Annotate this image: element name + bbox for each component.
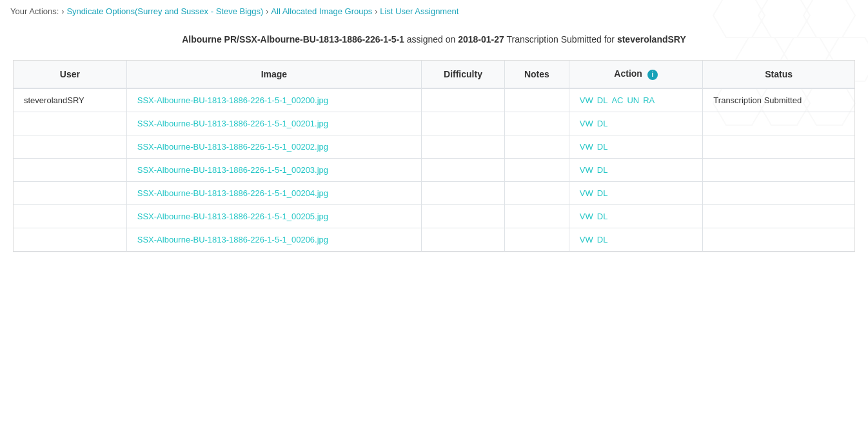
action-link-vw[interactable]: VW <box>580 235 593 244</box>
col-header-notes: Notes <box>504 61 569 88</box>
cell-difficulty <box>422 181 505 204</box>
image-link[interactable]: SSX-Albourne-BU-1813-1886-226-1-5-1_0020… <box>137 119 328 128</box>
action-link-vw[interactable]: VW <box>580 142 593 152</box>
action-link-dl[interactable]: DL <box>597 95 608 105</box>
cell-action[interactable]: VWDL <box>569 135 703 158</box>
action-link-dl[interactable]: DL <box>597 165 608 175</box>
cell-user <box>14 181 126 204</box>
breadcrumb-link-0[interactable]: Syndicate Options(Surrey and Sussex - St… <box>66 6 263 16</box>
cell-notes <box>504 204 569 228</box>
breadcrumb-prefix: Your Actions: <box>10 6 59 16</box>
col-header-image: Image <box>126 61 421 88</box>
col-header-status: Status <box>703 61 854 88</box>
table-row: SSX-Albourne-BU-1813-1886-226-1-5-1_0020… <box>14 204 854 228</box>
action-link-ra[interactable]: RA <box>643 95 655 105</box>
cell-notes <box>504 112 569 135</box>
image-link[interactable]: SSX-Albourne-BU-1813-1886-226-1-5-1_0020… <box>137 188 328 198</box>
page-subtitle: Albourne PR/SSX-Albourne-BU-1813-1886-22… <box>13 23 855 60</box>
cell-action[interactable]: VWDLACUNRA <box>569 88 703 112</box>
cell-difficulty <box>422 228 505 251</box>
action-link-dl[interactable]: DL <box>597 119 608 128</box>
action-link-un[interactable]: UN <box>627 95 639 105</box>
action-link-vw[interactable]: VW <box>580 165 593 175</box>
action-link-dl[interactable]: DL <box>597 212 608 221</box>
col-header-action: Action i <box>569 61 703 88</box>
cell-difficulty <box>422 88 505 112</box>
action-link-dl[interactable]: DL <box>597 142 608 152</box>
cell-image[interactable]: SSX-Albourne-BU-1813-1886-226-1-5-1_0020… <box>126 181 421 204</box>
assigned-text: assigned on <box>404 34 458 45</box>
assigned-user: steverolandSRY <box>617 34 686 45</box>
image-link[interactable]: SSX-Albourne-BU-1813-1886-226-1-5-1_0020… <box>137 212 328 221</box>
status-desc: Transcription Submitted <box>504 34 602 45</box>
breadcrumb-sep-0: › <box>61 7 64 16</box>
cell-difficulty <box>422 135 505 158</box>
cell-action[interactable]: VWDL <box>569 204 703 228</box>
table-header-row: User Image Difficulty Notes Action i Sta… <box>14 61 854 88</box>
cell-status <box>703 204 854 228</box>
cell-image[interactable]: SSX-Albourne-BU-1813-1886-226-1-5-1_0020… <box>126 158 421 181</box>
breadcrumb-link-2[interactable]: List User Assignment <box>380 6 459 16</box>
breadcrumb: Your Actions: › Syndicate Options(Surrey… <box>0 0 868 23</box>
table-row: steverolandSRYSSX-Albourne-BU-1813-1886-… <box>14 88 854 112</box>
image-link[interactable]: SSX-Albourne-BU-1813-1886-226-1-5-1_0020… <box>137 165 328 175</box>
cell-notes <box>504 181 569 204</box>
cell-image[interactable]: SSX-Albourne-BU-1813-1886-226-1-5-1_0020… <box>126 228 421 251</box>
cell-status <box>703 112 854 135</box>
record-label: Albourne PR/SSX-Albourne-BU-1813-1886-22… <box>182 34 404 45</box>
table-row: SSX-Albourne-BU-1813-1886-226-1-5-1_0020… <box>14 181 854 204</box>
action-info-icon[interactable]: i <box>647 70 658 80</box>
cell-action[interactable]: VWDL <box>569 158 703 181</box>
for-text: for <box>602 34 617 45</box>
action-link-dl[interactable]: DL <box>597 235 608 244</box>
image-link[interactable]: SSX-Albourne-BU-1813-1886-226-1-5-1_0020… <box>137 95 328 105</box>
action-link-dl[interactable]: DL <box>597 188 608 198</box>
cell-user <box>14 112 126 135</box>
image-link[interactable]: SSX-Albourne-BU-1813-1886-226-1-5-1_0020… <box>137 235 328 244</box>
cell-user <box>14 204 126 228</box>
action-link-vw[interactable]: VW <box>580 95 593 105</box>
cell-difficulty <box>422 204 505 228</box>
cell-action[interactable]: VWDL <box>569 112 703 135</box>
cell-notes <box>504 88 569 112</box>
cell-image[interactable]: SSX-Albourne-BU-1813-1886-226-1-5-1_0020… <box>126 135 421 158</box>
col-header-difficulty: Difficulty <box>422 61 505 88</box>
cell-action[interactable]: VWDL <box>569 228 703 251</box>
cell-notes <box>504 158 569 181</box>
cell-image[interactable]: SSX-Albourne-BU-1813-1886-226-1-5-1_0020… <box>126 204 421 228</box>
cell-notes <box>504 228 569 251</box>
cell-action[interactable]: VWDL <box>569 181 703 204</box>
cell-user <box>14 158 126 181</box>
table-row: SSX-Albourne-BU-1813-1886-226-1-5-1_0020… <box>14 135 854 158</box>
breadcrumb-link-1[interactable]: All Allocated Image Groups <box>271 6 372 16</box>
action-link-vw[interactable]: VW <box>580 212 593 221</box>
cell-image[interactable]: SSX-Albourne-BU-1813-1886-226-1-5-1_0020… <box>126 112 421 135</box>
cell-status: Transcription Submitted <box>703 88 854 112</box>
cell-user: steverolandSRY <box>14 88 126 112</box>
table-row: SSX-Albourne-BU-1813-1886-226-1-5-1_0020… <box>14 228 854 251</box>
image-link[interactable]: SSX-Albourne-BU-1813-1886-226-1-5-1_0020… <box>137 142 328 152</box>
cell-difficulty <box>422 112 505 135</box>
table-row: SSX-Albourne-BU-1813-1886-226-1-5-1_0020… <box>14 112 854 135</box>
cell-status <box>703 158 854 181</box>
cell-notes <box>504 135 569 158</box>
cell-status <box>703 135 854 158</box>
cell-image[interactable]: SSX-Albourne-BU-1813-1886-226-1-5-1_0020… <box>126 88 421 112</box>
table-row: SSX-Albourne-BU-1813-1886-226-1-5-1_0020… <box>14 158 854 181</box>
cell-user <box>14 228 126 251</box>
cell-difficulty <box>422 158 505 181</box>
cell-status <box>703 181 854 204</box>
action-link-vw[interactable]: VW <box>580 119 593 128</box>
assigned-date: 2018-01-27 <box>458 34 504 45</box>
assignment-table: User Image Difficulty Notes Action i Sta… <box>14 61 854 252</box>
cell-user <box>14 135 126 158</box>
main-table-container[interactable]: User Image Difficulty Notes Action i Sta… <box>13 60 855 252</box>
action-link-vw[interactable]: VW <box>580 188 593 198</box>
action-link-ac[interactable]: AC <box>611 95 623 105</box>
col-header-user: User <box>14 61 126 88</box>
cell-status <box>703 228 854 251</box>
